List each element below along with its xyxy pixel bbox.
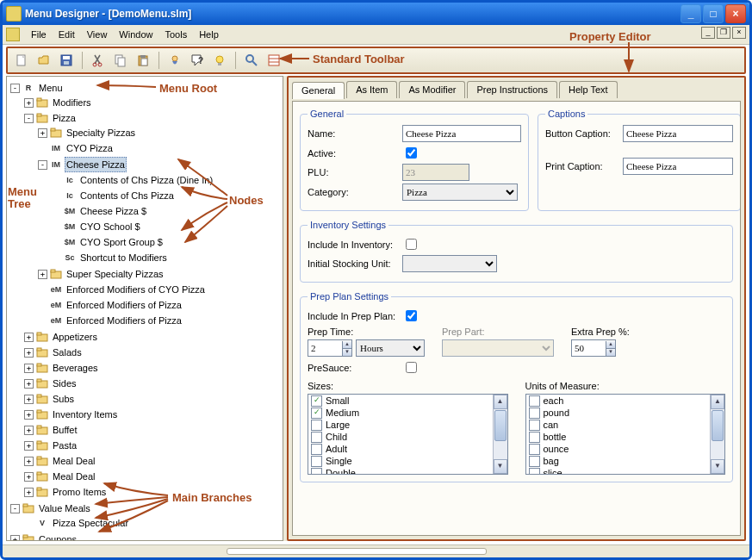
tree-node[interactable]: Cheese Pizza [65,157,127,172]
scroll-down-icon[interactable]: ▼ [494,459,507,474]
expand-toggle[interactable]: + [10,535,20,542]
idea-button[interactable] [209,51,230,70]
list-checkbox[interactable] [529,395,540,407]
list-item[interactable]: Large [308,419,493,431]
tree-node[interactable]: Salads [51,345,84,359]
menu-view[interactable]: View [81,28,114,41]
expand-toggle[interactable]: + [24,379,34,389]
presauce-checkbox[interactable] [406,362,417,373]
tree-node[interactable]: Promo Items [51,485,108,499]
category-select[interactable]: Pizza [402,184,518,201]
expand-toggle[interactable]: - [38,160,47,170]
expand-toggle[interactable]: + [38,128,47,138]
include-prep-checkbox[interactable] [406,310,417,321]
list-item[interactable]: ✓Small [308,395,493,407]
uom-listbox[interactable]: eachpoundcanbottleouncebagslice ▲ ▼ [525,394,726,475]
expand-toggle[interactable]: + [24,348,34,358]
list-checkbox[interactable] [529,420,540,431]
tree-node[interactable]: Inventory Items [51,408,119,421]
tree-node[interactable]: Beverages [51,361,100,375]
list-checkbox[interactable] [529,468,540,475]
wizard-button[interactable] [165,51,185,70]
expand-toggle[interactable]: + [24,457,34,466]
props-button[interactable] [264,51,284,70]
expand-toggle[interactable]: + [24,441,34,451]
tree-node[interactable]: Pasta [51,439,78,452]
menu-tree-panel[interactable]: -RMenu+Modifiers-Pizza+Specialty PizzasI… [6,76,283,541]
list-item[interactable]: Single [308,455,493,467]
list-checkbox[interactable] [311,444,322,455]
expand-toggle[interactable]: - [10,84,20,93]
scrollbar[interactable]: ▲ ▼ [493,395,507,474]
expand-toggle[interactable]: + [24,364,34,373]
menu-tools[interactable]: Tools [158,28,193,41]
tree-node[interactable]: Shortcut to Modifiers [78,251,169,264]
spin-down-icon[interactable]: ▼ [342,348,351,356]
list-item[interactable]: pound [526,407,711,419]
list-checkbox[interactable] [529,456,540,467]
list-checkbox[interactable] [529,408,540,419]
zoom-button[interactable] [241,51,262,70]
list-item[interactable]: each [526,395,711,407]
tree-node[interactable]: Meal Deal [51,470,97,483]
spin-up-icon[interactable]: ▲ [606,341,615,348]
active-checkbox[interactable] [406,147,417,159]
tree-node[interactable]: Buffet [51,423,79,437]
list-item[interactable]: Child [308,431,493,443]
list-checkbox[interactable] [311,432,322,443]
tree-node[interactable]: Sides [51,376,78,390]
close-button[interactable]: × [725,4,746,23]
expand-toggle[interactable]: + [24,395,34,404]
list-checkbox[interactable] [529,444,540,455]
menu-file[interactable]: File [25,28,53,41]
print-caption-input[interactable] [623,158,733,175]
tree-node[interactable]: CYO Sport Group $ [78,235,165,249]
scroll-thumb[interactable] [494,410,507,441]
new-button[interactable] [11,51,32,70]
extraprep-value[interactable] [572,340,606,356]
save-button[interactable] [56,51,77,70]
expand-toggle[interactable]: + [24,488,34,497]
tree-node[interactable]: Super Specialty Pizzas [65,267,165,281]
list-checkbox[interactable] [529,432,540,443]
menu-window[interactable]: Window [113,28,158,41]
mdi-minimize-button[interactable]: _ [701,27,715,39]
list-item[interactable]: bottle [526,431,711,443]
tree-node[interactable]: CYO School $ [78,220,142,233]
paste-button[interactable] [133,51,153,70]
tree-node[interactable]: Appetizers [51,330,99,344]
tree-node[interactable]: Pizza [51,111,78,125]
name-input[interactable] [402,125,521,142]
list-item[interactable]: Adult [308,443,493,455]
minimize-button[interactable]: _ [681,4,701,23]
preptime-spinner[interactable]: ▲▼ [308,339,352,357]
list-item[interactable]: slice [526,467,711,474]
expand-toggle[interactable]: + [24,410,34,420]
tree-node[interactable]: Cheese Pizza $ [78,204,148,218]
include-inventory-checkbox[interactable] [406,239,417,250]
tree-node[interactable]: Enforced Modifiers of Pizza [65,298,183,312]
tree-node[interactable]: Contents of Chs Pizza (Dine In) [78,173,214,187]
list-checkbox[interactable] [311,456,322,467]
spin-up-icon[interactable]: ▲ [342,341,351,348]
list-item[interactable]: bag [526,455,711,467]
tab-as-item[interactable]: As Item [346,81,397,98]
mdi-close-button[interactable]: × [732,27,746,39]
whats-this-button[interactable]: ? [187,51,208,70]
list-checkbox[interactable] [311,468,322,475]
tree-node[interactable]: Subs [51,392,76,406]
list-item[interactable]: ounce [526,443,711,455]
list-checkbox[interactable]: ✓ [311,408,322,419]
preptime-unit-select[interactable]: Hours [356,339,425,357]
expand-toggle[interactable]: - [24,114,34,123]
tree-node[interactable]: Coupons [37,532,78,541]
expand-toggle[interactable]: + [24,98,34,108]
expand-toggle[interactable]: + [38,270,47,279]
expand-toggle[interactable]: + [24,333,34,342]
tree-node[interactable]: Enforced Modifiers of CYO Pizza [65,283,207,296]
scrollbar[interactable]: ▲ ▼ [710,395,724,474]
expand-toggle[interactable]: + [24,472,34,482]
list-item[interactable]: ✓Medium [308,407,493,419]
menu-edit[interactable]: Edit [53,28,81,41]
cut-button[interactable] [88,51,109,70]
